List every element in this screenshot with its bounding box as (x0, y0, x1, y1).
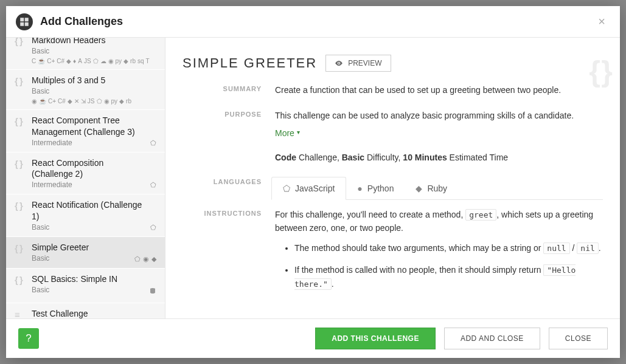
language-icons-row: ⬠ (150, 157, 156, 190)
preview-button[interactable]: PREVIEW (325, 55, 391, 72)
language-icon: ◆ (68, 98, 72, 105)
braces-icon: { } (15, 157, 27, 190)
braces-watermark-icon: { } (589, 55, 609, 88)
challenge-title: SIMPLE GREETER (183, 55, 317, 71)
add-this-challenge-button[interactable]: ADD THIS CHALLENGE (315, 328, 436, 349)
purpose-label: PURPOSE (183, 109, 262, 163)
challenge-item-title: Simple Greeter (32, 242, 130, 253)
language-icon: ⬠ (150, 181, 156, 189)
help-icon: ? (26, 332, 31, 345)
language-icon: C+ (48, 98, 56, 105)
javascript-icon: ⬠ (283, 182, 290, 194)
language-icon: py (116, 58, 122, 64)
modal-footer: ? ADD THIS CHALLENGE ADD AND CLOSE CLOSE (6, 318, 620, 358)
python-icon: ● (357, 182, 362, 194)
challenge-item-title: Test Challenge (32, 308, 156, 318)
modal-body: { } Markdown Headers Basic C☕C+C#◆♦AJS⬠☁… (6, 38, 620, 318)
challenge-list-item[interactable]: ≡ Test Challenge Basic (6, 303, 165, 318)
summary-text: Create a function that can be used to se… (275, 84, 603, 96)
summary-label: SUMMARY (183, 84, 262, 96)
language-icons-row: ◉☕C+C#◆✕⇲JS⬠◉py◆rb (32, 98, 156, 105)
language-icon: ✕ (74, 98, 79, 105)
database-icon (149, 287, 156, 298)
language-icon: ◆ (66, 58, 71, 64)
purpose-text: This challenge can be used to analyze ba… (275, 109, 603, 122)
language-icon: ◆ (119, 98, 124, 105)
challenge-item-difficulty: Intermediate (32, 180, 145, 189)
language-tab-javascript[interactable]: ⬠JavaScript (271, 177, 346, 200)
language-icon: ◆ (123, 58, 128, 64)
challenge-list-sidebar[interactable]: { } Markdown Headers Basic C☕C+C#◆♦AJS⬠☁… (6, 38, 165, 318)
language-icon: sq (137, 58, 144, 64)
language-icon: ☕ (38, 58, 45, 64)
language-icon: JS (88, 98, 95, 105)
challenge-list-item[interactable]: { } React Component Tree Management (Cha… (6, 110, 165, 153)
add-and-close-button[interactable]: ADD AND CLOSE (444, 328, 540, 349)
braces-icon: { } (15, 273, 27, 298)
challenge-list-item[interactable]: { } SQL Basics: Simple IN Basic (6, 269, 165, 303)
braces-icon: { } (15, 75, 27, 105)
close-icon[interactable]: × (593, 12, 610, 31)
languages-label: LANGUAGES (183, 177, 262, 200)
help-button[interactable]: ? (18, 328, 39, 349)
challenge-item-difficulty: Basic (32, 254, 130, 263)
language-tab-ruby[interactable]: ◆Ruby (405, 177, 458, 199)
language-icons-row: ⬠ (150, 199, 156, 232)
close-button[interactable]: CLOSE (549, 328, 608, 349)
instructions-label: INSTRUCTIONS (183, 208, 262, 299)
language-icon: C# (58, 98, 66, 105)
language-icons-row: C☕C+C#◆♦AJS⬠☁◉py◆rbsqT (32, 58, 156, 64)
challenge-list-item[interactable]: { } Multiples of 3 and 5 Basic ◉☕C+C#◆✕⇲… (6, 70, 165, 110)
modal-title: Add Challenges (40, 15, 586, 28)
ruby-icon: ◆ (416, 182, 422, 194)
challenge-list-item[interactable]: { } Markdown Headers Basic C☕C+C#◆♦AJS⬠☁… (6, 38, 165, 70)
language-icon: ◉ (104, 98, 110, 105)
braces-icon: { } (15, 115, 27, 147)
language-icon: JS (84, 58, 91, 64)
challenge-list-item[interactable]: { } Simple Greeter Basic ⬠◉◆ (6, 237, 165, 269)
challenge-list-item[interactable]: { } React Composition (Challenge 2) Inte… (6, 153, 165, 195)
language-icon: ☁ (100, 58, 106, 64)
modal-header: Add Challenges × (6, 6, 620, 38)
language-icon: ◆ (151, 255, 156, 263)
language-icon: rb (126, 98, 131, 105)
challenge-item-title: Markdown Headers (32, 38, 156, 46)
eye-icon (335, 59, 343, 67)
detail-scroll[interactable]: { } SIMPLE GREETER PREVIEW SUMMARY Creat… (165, 38, 620, 318)
challenge-detail-pane: { } SIMPLE GREETER PREVIEW SUMMARY Creat… (165, 38, 620, 318)
challenge-item-difficulty: Basic (32, 87, 156, 95)
challenge-item-title: React Notification (Challenge 1) (32, 199, 145, 222)
challenge-meta: Code Challenge, Basic Difficulty, 10 Min… (275, 151, 603, 163)
language-icon: T (146, 58, 150, 64)
language-icon: ⬠ (150, 139, 156, 147)
language-icons-row (149, 273, 156, 298)
language-icon: ⬠ (93, 58, 99, 64)
language-icons-row: ⬠ (150, 115, 156, 147)
language-icon: rb (130, 58, 136, 64)
braces-icon: { } (15, 242, 27, 263)
logo-badge (16, 13, 33, 30)
challenge-item-title: React Composition (Challenge 2) (32, 157, 145, 180)
language-tab-python[interactable]: ●Python (346, 177, 405, 199)
language-icon: C+ (47, 58, 55, 64)
braces-icon: { } (15, 199, 27, 232)
language-icon: ⬠ (134, 255, 141, 263)
language-icon: py (111, 98, 118, 105)
language-icon: ◉ (32, 98, 37, 105)
language-icons-row: ⬠◉◆ (134, 242, 156, 263)
code-nil: nil (577, 242, 598, 254)
challenge-list-item[interactable]: { } React Notification (Challenge 1) Bas… (6, 194, 165, 237)
language-tabs: ⬠JavaScript●Python◆Ruby (271, 177, 603, 200)
challenge-item-difficulty: Basic (32, 286, 144, 294)
list-icon: ≡ (15, 308, 27, 318)
chevron-down-icon: ▾ (297, 128, 300, 137)
language-tab-label: Ruby (427, 182, 447, 194)
braces-icon: { } (15, 38, 27, 64)
challenge-item-title: SQL Basics: Simple IN (32, 273, 144, 285)
language-tab-label: Python (367, 182, 394, 194)
challenge-item-difficulty: Basic (32, 47, 156, 55)
language-icon: C# (57, 58, 64, 64)
code-greet: greet (465, 209, 496, 221)
language-icon: ⇲ (81, 98, 86, 105)
more-link[interactable]: More ▾ (275, 127, 300, 139)
